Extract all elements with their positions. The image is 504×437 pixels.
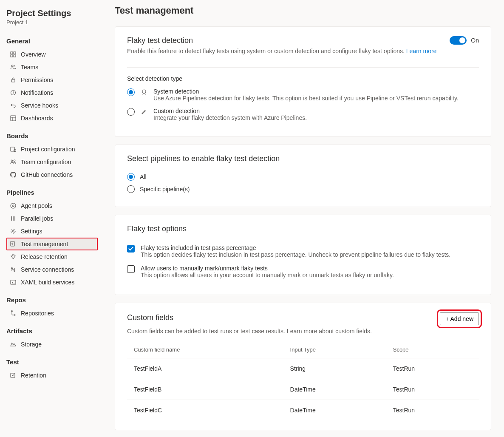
svg-rect-16 bbox=[11, 241, 14, 246]
detection-option-title: Custom detection bbox=[153, 108, 479, 114]
flaky-title: Flaky test detection bbox=[127, 36, 450, 45]
sidebar-item-project-configuration[interactable]: Project configuration bbox=[6, 143, 98, 156]
flaky-options-card: Flaky test options Flaky tests included … bbox=[115, 215, 491, 295]
table-row[interactable]: TestFieldCDateTimeTestRun bbox=[127, 400, 479, 421]
svg-point-11 bbox=[11, 160, 13, 162]
project-config-icon bbox=[10, 146, 17, 153]
sidebar-item-label: Notifications bbox=[21, 89, 53, 96]
flaky-toggle[interactable] bbox=[450, 36, 467, 45]
svg-point-4 bbox=[11, 65, 13, 67]
sidebar-item-label: GitHub connections bbox=[21, 171, 73, 178]
custom-fields-card: Custom fields + Add new Custom fields ca… bbox=[115, 303, 491, 430]
svg-rect-6 bbox=[11, 79, 15, 82]
pipeline-option-label: All bbox=[140, 173, 147, 180]
cf-type: String bbox=[283, 358, 386, 379]
detection-radio[interactable] bbox=[127, 88, 135, 96]
pipeline-option-label: Specific pipeline(s) bbox=[140, 186, 190, 193]
storage-icon bbox=[10, 341, 17, 348]
custom-fields-desc: Custom fields can be added to test runs … bbox=[127, 328, 479, 335]
add-new-button[interactable]: + Add new bbox=[440, 312, 479, 325]
flaky-detection-card: Flaky test detection Enable this feature… bbox=[115, 26, 491, 137]
sidebar-item-settings[interactable]: Settings bbox=[6, 225, 98, 238]
team-config-icon bbox=[10, 159, 17, 165]
sidebar-item-service-hooks[interactable]: Service hooks bbox=[6, 99, 98, 112]
pipeline-radio[interactable] bbox=[127, 185, 135, 193]
cf-scope: TestRun bbox=[386, 379, 479, 400]
svg-rect-3 bbox=[14, 55, 16, 57]
sidebar-item-agent-pools[interactable]: Agent pools bbox=[6, 199, 98, 212]
sidebar-item-release-retention[interactable]: Release retention bbox=[6, 250, 98, 263]
sidebar-section-label: Test bbox=[6, 358, 98, 366]
flaky-toggle-label: On bbox=[471, 37, 479, 44]
sidebar-subtitle: Project 1 bbox=[6, 19, 98, 26]
table-row[interactable]: TestFieldAStringTestRun bbox=[127, 358, 479, 379]
sidebar-item-label: Teams bbox=[21, 64, 38, 71]
cf-name: TestFieldC bbox=[127, 400, 283, 421]
release-icon bbox=[10, 253, 17, 260]
sidebar-item-service-connections[interactable]: Service connections bbox=[6, 263, 98, 276]
sidebar-section-label: Boards bbox=[6, 132, 98, 139]
option-check-title: Allow users to manually mark/unmark flak… bbox=[141, 265, 479, 272]
sidebar-section-label: Pipelines bbox=[6, 189, 98, 196]
main-content: Test management Flaky test detection Ena… bbox=[102, 0, 504, 437]
option-checkbox[interactable] bbox=[127, 265, 135, 273]
sidebar-item-dashboards[interactable]: Dashboards bbox=[6, 112, 98, 125]
svg-rect-2 bbox=[11, 55, 13, 57]
custom-fields-title: Custom fields bbox=[127, 313, 173, 322]
svg-rect-1 bbox=[14, 52, 16, 54]
test-mgmt-icon bbox=[10, 241, 17, 247]
sidebar-item-team-configuration[interactable]: Team configuration bbox=[6, 156, 98, 168]
sidebar-item-label: Parallel jobs bbox=[21, 215, 53, 222]
sidebar-section-label: Repos bbox=[6, 296, 98, 304]
option-checkbox[interactable] bbox=[127, 245, 135, 253]
permissions-icon bbox=[10, 77, 17, 83]
sidebar-item-label: Service hooks bbox=[21, 102, 58, 109]
sidebar-item-storage[interactable]: Storage bbox=[6, 338, 98, 351]
detection-radio[interactable] bbox=[127, 108, 135, 116]
sidebar-item-test-management[interactable]: Test management bbox=[6, 238, 98, 250]
learn-more-link[interactable]: Learn more bbox=[406, 48, 437, 54]
sidebar-item-parallel-jobs[interactable]: Parallel jobs bbox=[6, 212, 98, 225]
cf-type: DateTime bbox=[283, 400, 386, 421]
sidebar-item-overview[interactable]: Overview bbox=[6, 48, 98, 61]
sidebar-title: Project Settings bbox=[6, 9, 98, 18]
page-title: Test management bbox=[115, 5, 491, 16]
svg-rect-21 bbox=[11, 373, 15, 377]
svg-rect-0 bbox=[11, 52, 13, 54]
dashboards-icon bbox=[10, 115, 17, 122]
sidebar-item-label: Service connections bbox=[21, 266, 74, 273]
detection-type-label: Select detection type bbox=[127, 75, 479, 82]
sidebar-item-xaml-build-services[interactable]: XAML build services bbox=[6, 276, 98, 289]
sidebar-item-label: XAML build services bbox=[21, 279, 74, 286]
cf-scope: TestRun bbox=[386, 358, 479, 379]
sidebar-section-label: Artifacts bbox=[6, 327, 98, 335]
sidebar-item-github-connections[interactable]: GitHub connections bbox=[6, 168, 98, 181]
sidebar-item-permissions[interactable]: Permissions bbox=[6, 74, 98, 86]
sidebar-item-label: Dashboards bbox=[21, 115, 53, 122]
sidebar-item-label: Agent pools bbox=[21, 202, 52, 209]
sidebar-item-label: Release retention bbox=[21, 253, 68, 260]
svg-rect-8 bbox=[11, 116, 16, 121]
pipelines-card: Select pipelines to enable flaky test de… bbox=[115, 145, 491, 207]
svg-point-14 bbox=[12, 205, 14, 207]
pipelines-title: Select pipelines to enable flaky test de… bbox=[127, 154, 479, 163]
sidebar-item-repositories[interactable]: Repositories bbox=[6, 307, 98, 320]
sidebar-item-notifications[interactable]: Notifications bbox=[6, 86, 98, 99]
cf-type: DateTime bbox=[283, 379, 386, 400]
flaky-desc: Enable this feature to detect flaky test… bbox=[127, 48, 450, 54]
sidebar-section-label: General bbox=[6, 37, 98, 45]
sidebar-item-retention[interactable]: Retention bbox=[6, 369, 98, 382]
sidebar-item-teams[interactable]: Teams bbox=[6, 61, 98, 74]
table-header: Custom field name bbox=[127, 341, 283, 358]
xaml-icon bbox=[10, 279, 17, 286]
retention-icon bbox=[10, 372, 17, 379]
table-row[interactable]: TestFieldBDateTimeTestRun bbox=[127, 379, 479, 400]
cf-scope: TestRun bbox=[386, 400, 479, 421]
svg-point-15 bbox=[12, 230, 14, 232]
repos-icon bbox=[10, 310, 17, 317]
pipeline-radio[interactable] bbox=[127, 173, 135, 181]
parallel-jobs-icon bbox=[10, 215, 17, 222]
option-check-desc: This option decides flaky test inclusion… bbox=[141, 251, 479, 258]
sidebar-item-label: Project configuration bbox=[21, 146, 75, 153]
notifications-icon bbox=[10, 89, 17, 96]
